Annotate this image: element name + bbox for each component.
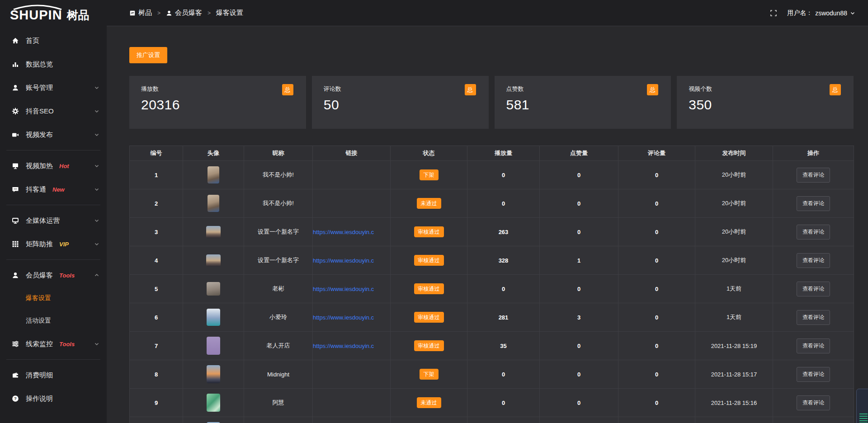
row-id: 1 (130, 161, 183, 189)
sidebar-item-consume-detail[interactable]: 消费明细 (0, 363, 107, 387)
action-cell: 查看评论 (773, 275, 854, 303)
view-comments-button[interactable]: 查看评论 (797, 282, 830, 296)
view-comments-button[interactable]: 查看评论 (797, 367, 830, 382)
action-cell: 查看评论 (773, 389, 854, 417)
sidebar-subitem-baoke-settings[interactable]: 爆客设置 (0, 287, 107, 310)
home-crumb[interactable]: 树品 (129, 9, 152, 17)
column-header: 播放量 (467, 146, 540, 161)
sidebar-item-label: 消费明细 (26, 371, 53, 380)
plays-cell: 263 (467, 218, 540, 246)
fullscreen-icon[interactable] (770, 9, 777, 17)
sidebar-divider (6, 359, 100, 360)
status-badge: 审核通过 (414, 312, 444, 323)
view-comments-button[interactable]: 查看评论 (797, 168, 830, 183)
sidebar-item-all-media-operation[interactable]: 全媒体运营 (0, 209, 107, 232)
avatar (207, 365, 220, 383)
publish-time-cell: 1天前 (695, 275, 773, 303)
logo-suffix: 树品 (67, 4, 90, 23)
sidebar-item-operation-guide[interactable]: ?操作说明 (0, 387, 107, 410)
sidebar-item-douketong[interactable]: 抖客通New (0, 178, 107, 201)
home-icon (12, 37, 19, 44)
chart-icon (12, 61, 19, 68)
avatar-cell (183, 417, 244, 423)
widget-stripes-icon (859, 414, 868, 423)
comments-cell (618, 417, 695, 423)
comments-cell: 0 (618, 275, 695, 303)
promo-settings-button[interactable]: 推广设置 (129, 47, 167, 63)
row-id: 4 (130, 246, 183, 275)
sidebar-item-tag: Tools (59, 341, 75, 348)
total-badge: 总 (465, 84, 476, 95)
video-link[interactable]: https://www.iesdouyin.c (313, 286, 374, 292)
sidebar-item-account-management[interactable]: 账号管理 (0, 76, 107, 99)
nickname-cell: 设置一个新名字 (244, 246, 313, 275)
sidebar-item-douyin-seo[interactable]: 抖音SEO (0, 99, 107, 123)
sidebar-item-video-publish[interactable]: 视频发布 (0, 123, 107, 146)
video-link[interactable]: https://www.iesdouyin.c (313, 257, 374, 264)
table-row: 9阿慧未通过0002021-11-28 15:16查看评论 (130, 389, 854, 417)
plays-cell: 35 (467, 332, 540, 360)
row-id: 3 (130, 218, 183, 246)
view-comments-button[interactable]: 查看评论 (797, 338, 830, 353)
sidebar-subitem-activity-settings[interactable]: 活动设置 (0, 310, 107, 332)
view-comments-button[interactable]: 查看评论 (797, 395, 830, 410)
table-row (130, 417, 854, 423)
baoke-settings-crumb: 爆客设置 (216, 9, 243, 17)
sidebar-item-clue-monitor[interactable]: 线索监控Tools (0, 332, 107, 356)
view-comments-button[interactable]: 查看评论 (797, 310, 830, 325)
status-badge: 下架 (420, 369, 439, 380)
sidebar-item-tag: Hot (59, 163, 69, 169)
nickname-cell: 阿慧 (244, 389, 313, 417)
status-cell: 未通过 (391, 189, 467, 218)
sidebar-item-member-baoke[interactable]: 会员爆客Tools (0, 263, 107, 287)
sidebar-item-data-overview[interactable]: 数据总览 (0, 52, 107, 76)
grid-icon (12, 240, 19, 248)
total-badge: 总 (647, 84, 658, 95)
row-id: 2 (130, 189, 183, 218)
chevron-down-icon (94, 85, 99, 90)
sidebar-item-home[interactable]: 首页 (0, 29, 107, 52)
link-cell (313, 417, 391, 423)
publish-time-cell: 20小时前 (695, 189, 773, 218)
action-cell: 查看评论 (773, 246, 854, 275)
view-comments-button[interactable]: 查看评论 (797, 196, 830, 211)
column-header: 点赞量 (540, 146, 618, 161)
publish-time-cell: 1天前 (695, 303, 773, 332)
sidebar-item-label: 视频发布 (26, 131, 53, 139)
sidebar-item-label: 全媒体运营 (26, 216, 60, 225)
stat-label: 播放数 (141, 85, 294, 93)
video-link[interactable]: https://www.iesdouyin.c (313, 314, 374, 321)
stat-label: 点赞数 (506, 85, 660, 93)
sidebar-item-video-heat[interactable]: 视频加热Hot (0, 154, 107, 178)
total-badge: 总 (282, 84, 293, 95)
status-cell: 未通过 (391, 389, 467, 417)
sidebar-item-matrix-boost[interactable]: 矩阵助推VIP (0, 232, 107, 256)
view-comments-button[interactable]: 查看评论 (797, 253, 830, 268)
sidebar-item-label: 首页 (26, 37, 39, 45)
column-header: 评论量 (618, 146, 695, 161)
comments-cell: 0 (618, 303, 695, 332)
total-badge: 总 (830, 84, 841, 95)
link-cell: https://www.iesdouyin.c (313, 332, 391, 360)
column-header: 状态 (391, 146, 467, 161)
publish-time-cell: 2021-11-28 15:17 (695, 360, 773, 389)
publish-time-cell: 20小时前 (695, 218, 773, 246)
view-comments-button[interactable]: 查看评论 (797, 225, 830, 240)
stat-value: 581 (506, 97, 660, 113)
table-row: 2我不是小帅!未通过00020小时前查看评论 (130, 189, 854, 218)
avatar (207, 309, 220, 326)
status-cell: 下架 (391, 360, 467, 389)
floating-widget[interactable] (856, 389, 868, 423)
table-header-row: 编号头像昵称链接状态播放量点赞量评论量发布时间操作 (130, 146, 854, 161)
username-menu[interactable]: 用户名：zswodun88 (787, 9, 855, 17)
member-baoke-crumb[interactable]: 会员爆客 (166, 9, 202, 17)
video-link[interactable]: https://www.iesdouyin.c (313, 343, 374, 349)
column-header: 链接 (313, 146, 391, 161)
nickname-cell: 设置一个新名字 (244, 218, 313, 246)
breadcrumb-separator: > (208, 10, 211, 16)
crumb-label: 会员爆客 (175, 9, 202, 17)
brand-logo[interactable]: SHUPIN 树品 (0, 0, 107, 26)
video-link[interactable]: https://www.iesdouyin.c (313, 229, 374, 235)
plays-cell: 0 (467, 360, 540, 389)
comments-cell: 0 (618, 246, 695, 275)
